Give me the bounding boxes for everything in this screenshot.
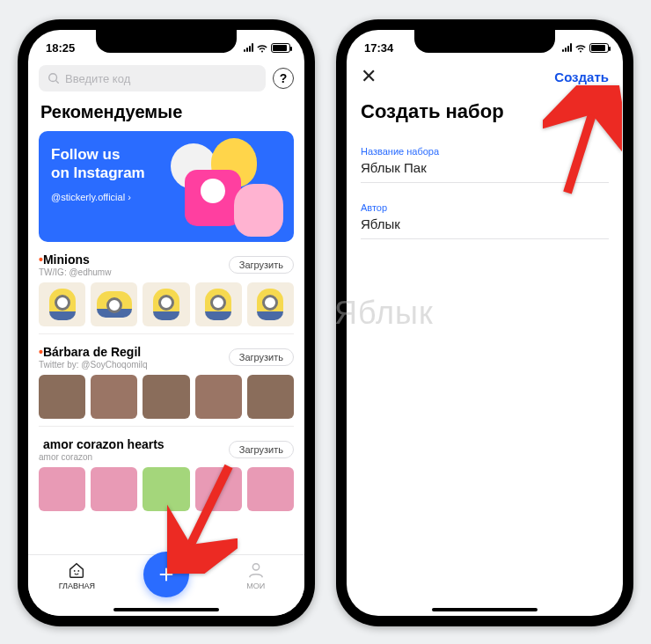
search-icon [48,72,60,84]
tab-home-label: ГЛАВНАЯ [59,582,95,590]
svg-point-4 [252,564,259,570]
home-indicator [113,608,219,611]
sticker-pack[interactable]: •Minions TW/IG: @edhumw Загрузить [28,251,304,343]
field-author[interactable]: Автор Яблык [347,195,623,252]
download-button[interactable]: Загрузить [229,256,294,274]
pack-author: amor corazon [39,452,165,462]
banner-stickers [165,136,289,237]
section-title: Рекомендуемые [28,97,304,131]
pack-thumbs [39,282,294,326]
signal-icon [244,43,253,52]
create-action[interactable]: Создать [554,70,609,84]
watermark: Яблык [334,295,434,332]
screen-left: 18:25 Введите код ? Рекомендуемые Follow… [28,30,304,616]
tab-home[interactable]: ГЛАВНАЯ [46,560,107,590]
pack-name: •Minions [39,252,111,267]
pack-thumbs [39,467,294,511]
wifi-icon [256,43,268,53]
status-icons [244,43,290,53]
pack-name: •amor corazon hearts [39,437,165,451]
notch [96,30,237,53]
svg-line-6 [567,98,597,193]
tab-my-label: МОИ [246,582,265,590]
signal-icon [562,43,572,52]
pack-author: TW/IG: @edhumw [39,267,111,277]
svg-line-1 [56,81,59,84]
pack-thumbs [39,375,294,419]
download-button[interactable]: Загрузить [229,348,294,366]
wifi-icon [574,43,587,53]
search-input[interactable]: Введите код [39,65,266,91]
tab-bar: ГЛАВНАЯ МОИ [28,554,304,616]
battery-icon [589,43,609,53]
svg-line-5 [183,466,229,560]
close-button[interactable]: ✕ [361,67,377,86]
notch [414,30,555,53]
status-time: 18:25 [46,41,75,55]
svg-point-2 [74,570,76,572]
annotation-arrow [543,85,622,203]
download-button[interactable]: Загрузить [229,441,294,458]
search-row: Введите код ? [28,60,304,97]
home-icon [67,560,86,580]
svg-point-3 [78,570,80,572]
sticker-pack[interactable]: •Bárbara de Regil Twitter by: @SoyChoqom… [28,343,304,435]
battery-icon [271,43,290,53]
status-icons [562,43,609,53]
home-indicator [432,608,538,611]
person-icon [246,560,266,580]
phone-left: 18:25 Введите код ? Рекомендуемые Follow… [18,19,315,626]
promo-banner[interactable]: Follow us on Instagram @stickerly.offici… [39,131,294,242]
search-placeholder: Введите код [65,72,130,85]
pack-author: Twitter by: @SoyChoqomilq [39,360,148,370]
status-time: 17:34 [364,41,393,55]
pack-name: •Bárbara de Regil [39,345,148,359]
annotation-arrow [167,459,238,577]
help-button[interactable]: ? [273,68,294,89]
field-label: Автор [361,202,609,213]
field-value: Яблык [361,216,609,239]
sticker-pack[interactable]: •amor corazon hearts amor corazon Загруз… [28,435,304,515]
